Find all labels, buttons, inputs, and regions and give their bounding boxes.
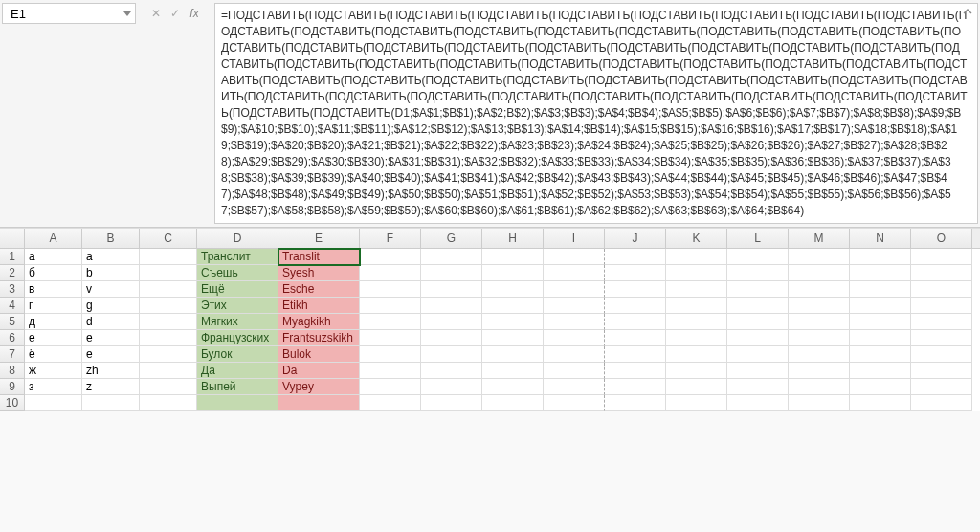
- row-header[interactable]: 4: [0, 298, 25, 314]
- cell-H6[interactable]: [482, 330, 544, 346]
- column-header-A[interactable]: A: [25, 229, 82, 248]
- cell-B1[interactable]: a: [82, 249, 140, 265]
- cell-F9[interactable]: [360, 379, 421, 395]
- formula-expand-button[interactable]: [961, 6, 974, 19]
- cell-I6[interactable]: [544, 330, 605, 346]
- cell-M2[interactable]: [789, 265, 850, 281]
- cell-K8[interactable]: [666, 363, 727, 379]
- cell-I7[interactable]: [544, 346, 605, 363]
- cell-B9[interactable]: z: [82, 379, 140, 395]
- cell-B10[interactable]: [82, 395, 140, 411]
- cell-G10[interactable]: [421, 395, 482, 411]
- cell-H9[interactable]: [482, 379, 544, 395]
- cell-F10[interactable]: [360, 395, 421, 411]
- cell-K7[interactable]: [666, 346, 727, 363]
- cell-N5[interactable]: [850, 314, 911, 330]
- cell-C7[interactable]: [140, 346, 197, 363]
- cell-G8[interactable]: [421, 363, 482, 379]
- cell-M7[interactable]: [789, 346, 850, 363]
- cell-C10[interactable]: [140, 395, 197, 411]
- cell-I2[interactable]: [544, 265, 605, 281]
- cell-I5[interactable]: [544, 314, 605, 330]
- cell-B3[interactable]: v: [82, 281, 140, 298]
- cell-B8[interactable]: zh: [82, 363, 140, 379]
- cell-N10[interactable]: [850, 395, 911, 411]
- cell-F2[interactable]: [360, 265, 421, 281]
- cell-H4[interactable]: [482, 298, 544, 314]
- row-header[interactable]: 8: [0, 363, 25, 379]
- cell-G1[interactable]: [421, 249, 482, 265]
- cell-O6[interactable]: [911, 330, 972, 346]
- cell-D3[interactable]: Ещё: [197, 281, 278, 298]
- name-box[interactable]: E1: [2, 3, 136, 24]
- cell-O5[interactable]: [911, 314, 972, 330]
- cell-E7[interactable]: Bulok: [278, 346, 360, 363]
- column-header-J[interactable]: J: [605, 229, 666, 248]
- cell-L5[interactable]: [727, 314, 789, 330]
- cell-F5[interactable]: [360, 314, 421, 330]
- cell-N4[interactable]: [850, 298, 911, 314]
- column-header-K[interactable]: K: [666, 229, 727, 248]
- row-header[interactable]: 10: [0, 395, 25, 411]
- cell-J10[interactable]: [605, 395, 666, 411]
- cell-J3[interactable]: [605, 281, 666, 298]
- cell-O2[interactable]: [911, 265, 972, 281]
- cell-H8[interactable]: [482, 363, 544, 379]
- cell-D8[interactable]: Да: [197, 363, 278, 379]
- cell-M1[interactable]: [789, 249, 850, 265]
- formula-bar[interactable]: =ПОДСТАВИТЬ(ПОДСТАВИТЬ(ПОДСТАВИТЬ(ПОДСТА…: [214, 3, 978, 224]
- cell-L6[interactable]: [727, 330, 789, 346]
- cell-B6[interactable]: e: [82, 330, 140, 346]
- cell-B2[interactable]: b: [82, 265, 140, 281]
- formula-text[interactable]: =ПОДСТАВИТЬ(ПОДСТАВИТЬ(ПОДСТАВИТЬ(ПОДСТА…: [217, 6, 971, 221]
- column-header-H[interactable]: H: [482, 229, 544, 248]
- column-header-B[interactable]: B: [82, 229, 140, 248]
- cell-I4[interactable]: [544, 298, 605, 314]
- column-header-L[interactable]: L: [727, 229, 789, 248]
- cell-C6[interactable]: [140, 330, 197, 346]
- cell-A6[interactable]: е: [25, 330, 82, 346]
- cell-D1[interactable]: Транслит: [197, 249, 278, 265]
- cell-E4[interactable]: Etikh: [278, 298, 360, 314]
- cell-B4[interactable]: g: [82, 298, 140, 314]
- cell-G5[interactable]: [421, 314, 482, 330]
- cell-C1[interactable]: [140, 249, 197, 265]
- cell-K1[interactable]: [666, 249, 727, 265]
- column-header-N[interactable]: N: [850, 229, 911, 248]
- cell-A2[interactable]: б: [25, 265, 82, 281]
- cell-I9[interactable]: [544, 379, 605, 395]
- cell-K6[interactable]: [666, 330, 727, 346]
- cell-J6[interactable]: [605, 330, 666, 346]
- cell-A8[interactable]: ж: [25, 363, 82, 379]
- fx-icon[interactable]: fx: [186, 5, 203, 22]
- cell-D6[interactable]: Французских: [197, 330, 278, 346]
- row-header[interactable]: 9: [0, 379, 25, 395]
- cell-M8[interactable]: [789, 363, 850, 379]
- cell-D7[interactable]: Булок: [197, 346, 278, 363]
- column-header-G[interactable]: G: [421, 229, 482, 248]
- cell-M5[interactable]: [789, 314, 850, 330]
- cell-D4[interactable]: Этих: [197, 298, 278, 314]
- cell-J2[interactable]: [605, 265, 666, 281]
- cell-N1[interactable]: [850, 249, 911, 265]
- cell-A9[interactable]: з: [25, 379, 82, 395]
- cell-O4[interactable]: [911, 298, 972, 314]
- confirm-icon[interactable]: ✓: [167, 5, 184, 22]
- cell-G7[interactable]: [421, 346, 482, 363]
- cell-K5[interactable]: [666, 314, 727, 330]
- cell-J5[interactable]: [605, 314, 666, 330]
- cell-H7[interactable]: [482, 346, 544, 363]
- cell-N2[interactable]: [850, 265, 911, 281]
- cell-F1[interactable]: [360, 249, 421, 265]
- cell-D9[interactable]: Выпей: [197, 379, 278, 395]
- cell-J4[interactable]: [605, 298, 666, 314]
- cell-C5[interactable]: [140, 314, 197, 330]
- cell-A5[interactable]: д: [25, 314, 82, 330]
- cell-M6[interactable]: [789, 330, 850, 346]
- cell-A1[interactable]: а: [25, 249, 82, 265]
- cell-A7[interactable]: ё: [25, 346, 82, 363]
- column-header-D[interactable]: D: [197, 229, 278, 248]
- cell-H2[interactable]: [482, 265, 544, 281]
- cell-J8[interactable]: [605, 363, 666, 379]
- column-header-E[interactable]: E: [278, 229, 360, 248]
